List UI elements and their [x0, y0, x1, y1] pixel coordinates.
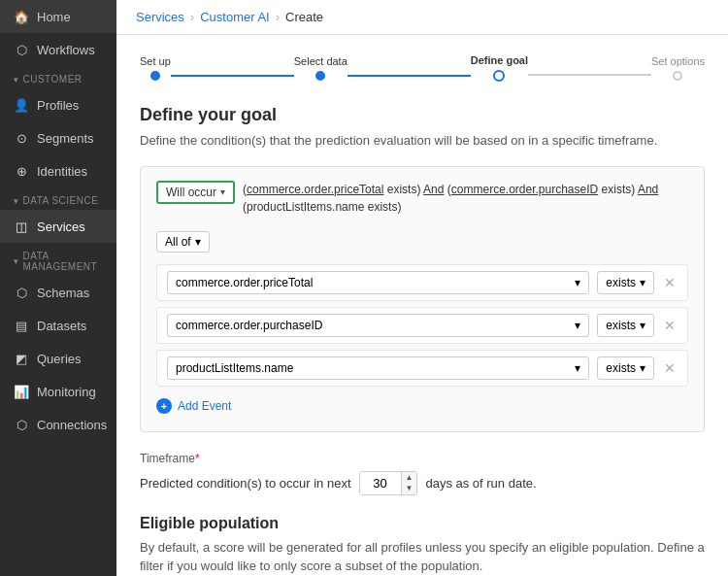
datasets-icon: ▤ [14, 318, 29, 333]
condition-field-1-value: commerce.order.priceTotal [176, 276, 313, 289]
add-event-label: Add Event [178, 399, 231, 413]
timeframe-decrement[interactable]: ▼ [402, 483, 417, 494]
timeframe-spinners: ▲ ▼ [401, 472, 417, 494]
condition-op-3-label: exists [606, 361, 636, 375]
sidebar-item-connections[interactable]: ⬡ Connections [0, 408, 116, 441]
will-occur-label: Will occur [166, 186, 216, 199]
step-connector-1 [171, 75, 294, 77]
sidebar-section-data-science: ▾ DATA SCIENCE [0, 187, 116, 210]
identities-icon: ⊕ [14, 163, 29, 179]
step-define-goal-label: Define goal [471, 54, 528, 66]
all-of-label: All of [165, 235, 191, 249]
step-select-data: Select data [294, 55, 347, 81]
sidebar-section-customer: ▾ CUSTOMER [0, 66, 116, 88]
step-define-goal-dot [493, 70, 505, 82]
sidebar-item-label: Segments [37, 131, 94, 146]
sidebar-item-label: Home [37, 10, 71, 24]
sidebar-item-label: Queries [37, 352, 82, 366]
timeframe-row: Predicted condition(s) to occur in next … [140, 471, 705, 495]
sidebar-item-identities[interactable]: ⊕ Identities [0, 154, 116, 187]
sidebar-item-label: Monitoring [37, 385, 96, 399]
breadcrumb-customer-ai[interactable]: Customer AI [200, 10, 270, 24]
sidebar-item-label: Identities [37, 164, 87, 179]
op-chevron-1: ▾ [640, 276, 645, 289]
condition-remove-1[interactable]: ✕ [662, 273, 678, 292]
sidebar-item-monitoring[interactable]: 📊 Monitoring [0, 375, 116, 408]
sidebar-item-label: Connections [37, 418, 107, 432]
sidebar-section-data-management: ▾ DATA MANAGEMENT [0, 243, 116, 276]
sidebar-item-label: Datasets [37, 319, 86, 333]
op-chevron-2: ▾ [640, 319, 645, 332]
timeframe-increment[interactable]: ▲ [402, 472, 417, 484]
timeframe-value-input[interactable] [360, 472, 401, 494]
condition-op-2-label: exists [606, 319, 636, 332]
add-event-icon: + [156, 398, 172, 414]
home-icon: 🏠 [14, 9, 29, 24]
sidebar-item-home[interactable]: 🏠 Home [0, 0, 116, 33]
required-marker: * [195, 452, 200, 465]
step-set-options: Set options [651, 55, 705, 81]
eligible-desc: By default, a score will be generated fo… [140, 538, 705, 576]
profiles-icon: 👤 [14, 97, 29, 113]
condition-op-3[interactable]: exists ▾ [597, 356, 654, 380]
goal-box: Will occur ▾ (commerce.order.priceTotal … [140, 166, 705, 432]
timeframe-input-group: ▲ ▼ [359, 471, 418, 495]
all-of-row: All of ▾ [156, 227, 688, 256]
condition-row-3: productListItems.name ▾ exists ▾ ✕ [156, 350, 688, 387]
timeframe-label: Timeframe* [140, 452, 705, 465]
eligible-title: Eligible population [140, 515, 705, 532]
connections-icon: ⬡ [14, 417, 29, 432]
step-setup-label: Set up [140, 55, 171, 67]
step-connector-3 [528, 74, 651, 76]
sidebar: 🏠 Home ⬡ Workflows ▾ CUSTOMER 👤 Profiles… [0, 0, 116, 576]
step-setup: Set up [140, 55, 171, 81]
condition-row-2: commerce.order.purchaseID ▾ exists ▾ ✕ [156, 307, 688, 344]
op-chevron-3: ▾ [640, 361, 645, 375]
sidebar-item-schemas[interactable]: ⬡ Schemas [0, 276, 116, 309]
condition-op-2[interactable]: exists ▾ [597, 314, 654, 337]
condition-remove-3[interactable]: ✕ [662, 358, 678, 378]
condition-field-3[interactable]: productListItems.name ▾ [167, 356, 589, 380]
stepper: Set up Select data Define goal Set optio… [140, 54, 705, 82]
step-set-options-label: Set options [651, 55, 705, 67]
timeframe-prefix: Predicted condition(s) to occur in next [140, 476, 351, 491]
main-panel: Services › Customer AI › Create Set up S… [116, 0, 728, 576]
goal-header: Will occur ▾ (commerce.order.priceTotal … [156, 181, 688, 216]
condition-field-1[interactable]: commerce.order.priceTotal ▾ [167, 271, 589, 294]
all-of-button[interactable]: All of ▾ [156, 231, 210, 253]
segments-icon: ⊙ [14, 130, 29, 146]
define-goal-title: Define your goal [140, 105, 705, 125]
sidebar-item-queries[interactable]: ◩ Queries [0, 342, 116, 375]
sidebar-item-label: Profiles [37, 98, 79, 113]
sidebar-item-workflows[interactable]: ⬡ Workflows [0, 33, 116, 66]
step-setup-dot [150, 71, 160, 81]
condition-field-3-value: productListItems.name [176, 361, 293, 375]
condition-row-1: commerce.order.priceTotal ▾ exists ▾ ✕ [156, 264, 688, 301]
chevron-down-icon: ▾ [220, 186, 225, 197]
step-select-data-label: Select data [294, 55, 347, 67]
sidebar-item-label: Workflows [37, 43, 95, 57]
condition-op-1-label: exists [606, 276, 636, 289]
sidebar-item-segments[interactable]: ⊙ Segments [0, 121, 116, 154]
schemas-icon: ⬡ [14, 285, 29, 300]
condition-op-1[interactable]: exists ▾ [597, 271, 654, 294]
sidebar-item-services[interactable]: ◫ Services [0, 210, 116, 243]
breadcrumb: Services › Customer AI › Create [116, 0, 728, 35]
content-area: Set up Select data Define goal Set optio… [116, 35, 728, 576]
add-event-button[interactable]: + Add Event [156, 394, 231, 418]
condition-remove-2[interactable]: ✕ [662, 316, 678, 335]
workflows-icon: ⬡ [14, 42, 29, 57]
field-chevron-2: ▾ [575, 319, 580, 332]
services-icon: ◫ [14, 219, 29, 234]
timeframe-section: Timeframe* Predicted condition(s) to occ… [140, 452, 705, 495]
breadcrumb-services[interactable]: Services [136, 10, 184, 24]
sidebar-item-profiles[interactable]: 👤 Profiles [0, 88, 116, 121]
will-occur-button[interactable]: Will occur ▾ [156, 181, 235, 204]
sidebar-item-label: Services [37, 220, 85, 234]
timeframe-suffix: days as of run date. [425, 476, 536, 491]
sidebar-item-datasets[interactable]: ▤ Datasets [0, 309, 116, 342]
field-chevron-1: ▾ [575, 276, 580, 289]
condition-field-2[interactable]: commerce.order.purchaseID ▾ [167, 314, 589, 337]
breadcrumb-create: Create [285, 10, 323, 24]
eligible-population-section: Eligible population By default, a score … [140, 515, 705, 576]
